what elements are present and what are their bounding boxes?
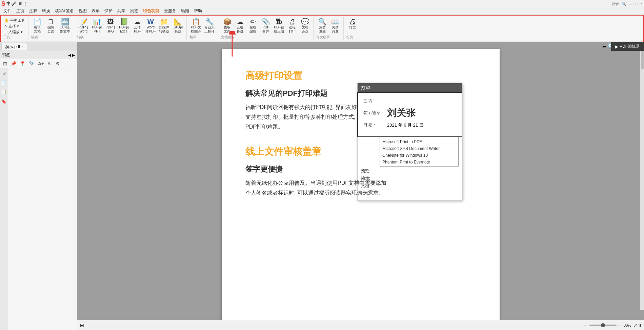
print-section-title: 高级打印设置	[245, 69, 476, 82]
sidebar-header: 书签 ◀ ▶	[0, 51, 77, 59]
sig-section-subtitle: 签字更便捷	[245, 164, 476, 174]
pdf-editor-btn[interactable]: ▶ PDF编辑器	[611, 42, 644, 51]
menu-file[interactable]: 文件	[1, 7, 14, 15]
scan-converter-btn[interactable]: 📁 扫描件转换器	[158, 18, 170, 34]
pdf-tab[interactable]: 演示.pdf ×	[1, 43, 27, 50]
tab-close-btn[interactable]: ×	[21, 45, 23, 49]
menu-share[interactable]: 共享	[115, 7, 127, 15]
sig-name-value: 刘关张	[387, 107, 416, 119]
zoom-expand-icon[interactable]: ⤢	[633, 323, 637, 328]
scrollbar-thumb[interactable]	[641, 49, 644, 69]
menu-cloud[interactable]: 云服务	[162, 7, 178, 15]
bookmark-text-small[interactable]: A-	[46, 61, 53, 67]
page-mode-icon[interactable]: ⊟	[80, 323, 84, 328]
bookmark-icon-1[interactable]: ⊞	[2, 61, 8, 67]
sidebar-nav-icon-1[interactable]: ⊞	[1, 70, 7, 76]
sig-section-title: 线上文件审核盖章	[245, 145, 476, 158]
sidebar-nav-icon-3[interactable]: 📑	[1, 89, 7, 95]
zoom-plus-btn[interactable]: +	[619, 322, 622, 328]
login-button[interactable]: 登录	[611, 1, 619, 6]
window-maximize-btn[interactable]: □	[636, 2, 638, 6]
bookmark-settings[interactable]: ⚙	[55, 61, 61, 67]
menu-bar: 文件 主页 注释 转换 填写&签名 视图 表单 保护 共享 浏览 特色功能 云服…	[0, 7, 644, 15]
menu-annotate[interactable]: 注释	[27, 7, 39, 15]
cloud-pdf-icon: ☁	[134, 18, 141, 25]
word-to-pdf-btn[interactable]: W Word转PDF	[144, 18, 157, 34]
signature-box: 乙 方: 签字/盖章: 刘关张 日 期： 2021 年 6 月 21 日	[357, 92, 462, 137]
menu-help[interactable]: 帮助	[192, 7, 204, 15]
cloud-backup-btn[interactable]: ☁ 云端备份	[234, 18, 246, 34]
edit-page-btn[interactable]: 🗒 编辑页面	[45, 18, 57, 34]
sig-field-label: 签字/盖章:	[363, 110, 387, 116]
bookmark-icon-3[interactable]: 📍	[19, 61, 26, 67]
pdf-compress-btn[interactable]: 🗜 PDF在线压缩	[273, 18, 285, 34]
sidebar-nav-icon-4[interactable]: 🔖	[1, 98, 7, 105]
bottom-status-bar: ⊟ − + 80% ⤢ ⫿	[77, 320, 644, 330]
edit-doc-btn[interactable]: 📄 编辑文档	[31, 18, 43, 34]
pdf-to-jpg-btn[interactable]: 🖼 PDF转JPG	[104, 18, 117, 34]
free-check-btn[interactable]: 🔍 免费查重	[316, 18, 328, 34]
pdf-translate-btn[interactable]: 📋 PDF文档翻译	[189, 18, 202, 34]
pdf-to-ppt-btn[interactable]: 📊 PDF转PPT	[90, 18, 103, 34]
tab-bar: 演示.pdf ×	[0, 42, 77, 51]
sidebar-toolbar: ⊞ 📌 📍 📎 A+ A- ⚙	[0, 59, 77, 68]
pro-translate-btn[interactable]: 🔧 专业人工翻译	[203, 18, 216, 34]
read-survey-btn[interactable]: 📖 阅读调查	[329, 18, 341, 34]
right-scrollbar[interactable]	[640, 42, 644, 310]
menu-fill-sign[interactable]: 填写&签名	[53, 7, 76, 15]
zoom-minus-btn[interactable]: −	[584, 322, 587, 328]
cloud-to-pdf-btn[interactable]: ☁ 云转PDF	[131, 18, 143, 34]
menu-form[interactable]: 表单	[89, 7, 102, 15]
translate-group-label: 翻译	[189, 35, 196, 40]
pdf-to-excel-btn[interactable]: 📗 PDF转Excel	[118, 18, 130, 34]
online-edit-btn[interactable]: ✏ 在线编辑	[247, 18, 259, 34]
sidebar-collapse-icon[interactable]: ▶	[72, 53, 75, 58]
bookmark-icon-2[interactable]: 📌	[9, 61, 17, 67]
menu-special[interactable]: 特色功能	[141, 7, 161, 15]
printer-ms-pdf[interactable]: Microsoft Print to PDF	[381, 138, 457, 145]
free-check-icon: 🔍	[318, 18, 327, 25]
edit-group-label: 编辑	[31, 35, 38, 40]
edit-doc-icon: 📄	[33, 18, 42, 25]
sidebar-expand-icon[interactable]: ◀	[68, 53, 71, 58]
menu-protect[interactable]: 保护	[102, 7, 115, 15]
sidebar-nav-icon-2[interactable]: 📄	[1, 79, 7, 86]
doc-meeting-btn[interactable]: 💬 文档会议	[299, 18, 311, 34]
header-top-row: S 中·🎤 🖥 ⋮ 登录 🔍 — □ ×	[0, 0, 644, 7]
hand-tool-btn[interactable]: ✋ 手型工具	[3, 18, 26, 23]
scrollbar-track[interactable]	[640, 42, 644, 310]
window-search-icon[interactable]: 🔍	[622, 2, 626, 6]
pdf-merge-btn[interactable]: 📎 PDF合并	[260, 18, 272, 34]
ribbon-group-edit: 📄 编辑文档 🗒 编辑页面 🔤 OCR识别文本 编辑	[29, 17, 74, 40]
doc-wrapper: 高级打印设置 解决常见的PDF打印难题 福昕PDF阅读器拥有强大的打印功能, 界…	[77, 42, 644, 330]
menu-home[interactable]: 主页	[14, 7, 26, 15]
cloud-backup-icon: ☁	[237, 18, 243, 25]
window-minimize-btn[interactable]: —	[629, 2, 633, 6]
print-btn[interactable]: 🖨 打窝	[346, 18, 359, 30]
pdf-to-word-btn[interactable]: 📝 PDF转Word	[77, 18, 90, 34]
cad-icon: 📐	[174, 18, 182, 25]
menu-gift[interactable]: 输赠	[179, 7, 191, 15]
ocr-btn[interactable]: 🔤 OCR识别文本	[58, 18, 72, 34]
cloud-icon[interactable]: ☁	[602, 43, 606, 48]
bookmark-text-large[interactable]: A+	[37, 61, 45, 67]
word-icon: W	[147, 18, 154, 25]
window-close-btn[interactable]: ×	[641, 2, 643, 6]
select-tool-btn[interactable]: ↖ 选择 ▾	[3, 23, 20, 29]
sidebar-left-icons: ⊞ 📄 📑 🔖	[0, 68, 8, 330]
ribbon-group-paper: 🔍 免费查重 📖 阅读调查 论文助手	[314, 17, 344, 40]
template-lib-btn[interactable]: 📦 模板文库	[221, 18, 233, 34]
zoom-tool-btn[interactable]: ⊡ 入缩放 ▾	[3, 29, 24, 35]
sig-party-label: 乙 方:	[363, 98, 456, 104]
sidebar-title: 书签	[2, 52, 10, 58]
bookmark-icon-4[interactable]: 📎	[28, 61, 36, 67]
zoom-slider[interactable]	[589, 325, 617, 326]
menu-convert[interactable]: 转换	[40, 7, 52, 15]
cad-converter-btn[interactable]: 📐 CAD转换器	[171, 18, 184, 34]
menu-view[interactable]: 视图	[77, 7, 89, 15]
menu-browse[interactable]: 浏览	[128, 7, 140, 15]
remote-print-btn[interactable]: 🖨 远程打印	[286, 18, 298, 34]
scan-icon: 📁	[160, 18, 168, 25]
pdf-jpg-icon: 🖼	[107, 18, 114, 25]
template-icon: 📦	[223, 18, 232, 25]
